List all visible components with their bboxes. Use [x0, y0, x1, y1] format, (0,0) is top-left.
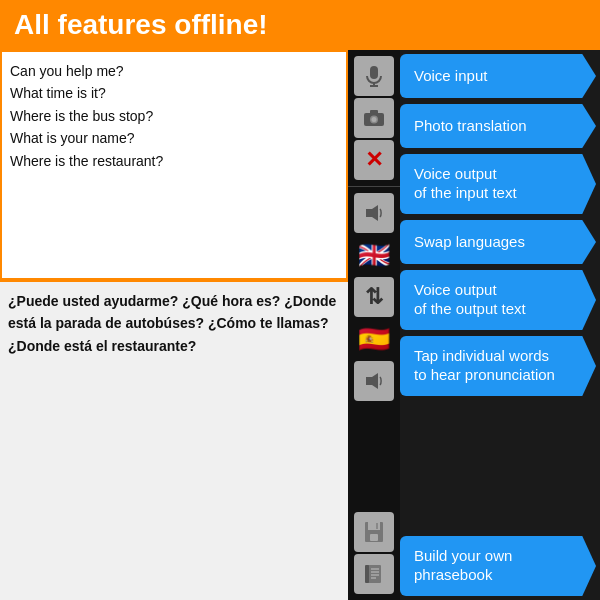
svg-point-5	[372, 117, 377, 122]
svg-marker-7	[366, 205, 378, 221]
speaker2-button[interactable]	[354, 361, 394, 401]
app-container: All features offline! Can you help me?Wh…	[0, 0, 600, 600]
es-flag-icon: 🇪🇸	[358, 324, 390, 355]
voice-output-output-button[interactable]: Voice outputof the output text	[400, 270, 596, 330]
uk-flag-icon: 🇬🇧	[358, 240, 390, 271]
uk-flag-button[interactable]: 🇬🇧	[354, 235, 394, 275]
es-flag-button[interactable]: 🇪🇸	[354, 319, 394, 359]
swap-button[interactable]: ⇅	[354, 277, 394, 317]
phrasebook-feature-button[interactable]: Build your ownphrasebook	[400, 536, 596, 596]
svg-rect-12	[376, 523, 378, 529]
svg-rect-11	[370, 534, 378, 541]
swap-icon: ⇅	[365, 284, 383, 310]
middle-toolbar: ✕ 🇬🇧 ⇅ 🇪🇸	[348, 50, 400, 600]
svg-rect-6	[370, 110, 378, 114]
output-text: ¿Puede usted ayudarme? ¿Qué hora es? ¿Do…	[8, 293, 336, 354]
speaker1-button[interactable]	[354, 193, 394, 233]
left-panel: Can you help me?What time is it?Where is…	[0, 50, 348, 600]
mic-button[interactable]	[354, 56, 394, 96]
voice-output-input-label: Voice outputof the input text	[414, 165, 517, 203]
input-text: Can you help me?What time is it?Where is…	[10, 63, 163, 169]
tap-words-label: Tap individual wordsto hear pronunciatio…	[414, 347, 555, 385]
close-button[interactable]: ✕	[354, 140, 394, 180]
close-icon: ✕	[365, 147, 383, 173]
voice-output-output-label: Voice outputof the output text	[414, 281, 526, 319]
voice-input-button[interactable]: Voice input	[400, 54, 596, 98]
voice-input-label: Voice input	[414, 67, 487, 86]
mid-tools-1: 🇬🇧 ⇅ 🇪🇸	[348, 191, 400, 403]
swap-languages-button[interactable]: Swap languages	[400, 220, 596, 264]
svg-rect-0	[370, 66, 378, 79]
bottom-tools	[348, 510, 400, 596]
phrasebook-button[interactable]	[354, 554, 394, 594]
swap-languages-label: Swap languages	[414, 233, 525, 252]
app-header: All features offline!	[0, 0, 600, 50]
divider-1	[348, 186, 400, 187]
svg-marker-8	[366, 373, 378, 389]
phrasebook-label: Build your ownphrasebook	[414, 547, 512, 585]
header-title: All features offline!	[14, 9, 268, 41]
input-text-area[interactable]: Can you help me?What time is it?Where is…	[0, 50, 348, 280]
camera-button[interactable]	[354, 98, 394, 138]
save-button[interactable]	[354, 512, 394, 552]
tap-words-button[interactable]: Tap individual wordsto hear pronunciatio…	[400, 336, 596, 396]
top-tools: ✕	[348, 54, 400, 182]
right-spacer	[400, 402, 596, 530]
output-text-area[interactable]: ¿Puede usted ayudarme? ¿Qué hora es? ¿Do…	[0, 282, 348, 600]
photo-translation-button[interactable]: Photo translation	[400, 104, 596, 148]
svg-rect-18	[365, 565, 369, 583]
voice-output-input-button[interactable]: Voice outputof the input text	[400, 154, 596, 214]
right-panel: Voice input Photo translation Voice outp…	[400, 50, 600, 600]
photo-translation-label: Photo translation	[414, 117, 527, 136]
svg-rect-10	[368, 522, 380, 530]
main-content: Can you help me?What time is it?Where is…	[0, 50, 600, 600]
svg-rect-13	[367, 565, 381, 583]
